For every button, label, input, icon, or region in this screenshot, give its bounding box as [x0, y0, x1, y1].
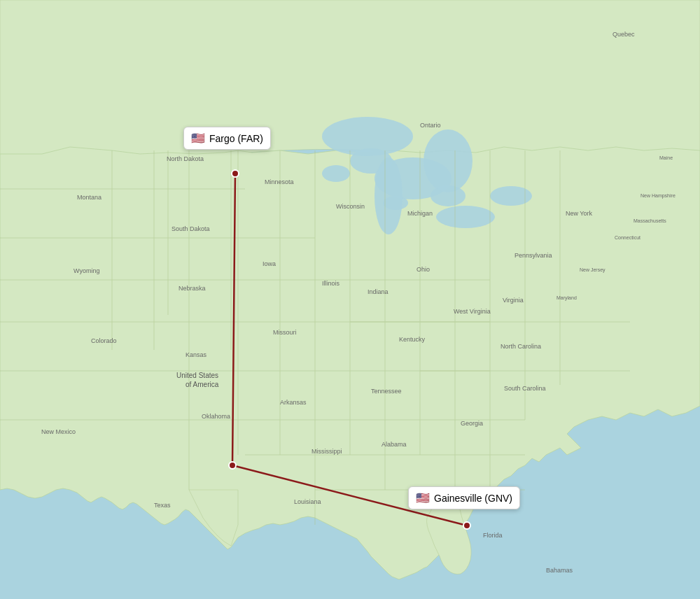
- svg-text:Tennessee: Tennessee: [371, 388, 402, 395]
- svg-text:Michigan: Michigan: [407, 210, 433, 217]
- svg-text:Alabama: Alabama: [382, 441, 407, 448]
- svg-text:Virginia: Virginia: [503, 297, 524, 304]
- svg-text:Illinois: Illinois: [322, 280, 340, 287]
- svg-text:Ohio: Ohio: [416, 266, 430, 273]
- svg-text:Massachusetts: Massachusetts: [634, 218, 666, 223]
- svg-point-38: [232, 170, 239, 177]
- gainesville-airport-label[interactable]: 🇺🇸 Gainesville (GNV): [408, 486, 520, 509]
- svg-text:New York: New York: [566, 210, 593, 217]
- svg-text:Iowa: Iowa: [262, 260, 276, 267]
- svg-text:Minnesota: Minnesota: [265, 178, 294, 185]
- svg-text:Maine: Maine: [659, 155, 673, 160]
- svg-text:Louisiana: Louisiana: [294, 498, 321, 505]
- svg-text:South Dakota: South Dakota: [172, 225, 210, 232]
- svg-text:North Carolina: North Carolina: [500, 343, 541, 350]
- svg-text:Bahamas: Bahamas: [546, 567, 573, 574]
- svg-point-10: [490, 186, 532, 206]
- fargo-label-text: Fargo (FAR): [209, 133, 263, 144]
- svg-text:Missouri: Missouri: [273, 329, 297, 336]
- svg-text:New Jersey: New Jersey: [580, 267, 606, 273]
- svg-text:Nebraska: Nebraska: [178, 285, 206, 292]
- svg-text:Colorado: Colorado: [91, 337, 117, 344]
- svg-point-9: [436, 206, 495, 228]
- svg-text:United States: United States: [176, 372, 218, 379]
- svg-text:Arkansas: Arkansas: [280, 399, 307, 406]
- svg-point-40: [463, 522, 470, 529]
- svg-text:Mississippi: Mississippi: [312, 448, 342, 455]
- fargo-airport-label[interactable]: 🇺🇸 Fargo (FAR): [183, 127, 271, 150]
- svg-text:Oklahoma: Oklahoma: [202, 413, 230, 420]
- svg-text:Maryland: Maryland: [556, 295, 577, 301]
- fargo-flag-icon: 🇺🇸: [191, 132, 205, 145]
- svg-text:North Dakota: North Dakota: [167, 155, 204, 162]
- svg-text:Connecticut: Connecticut: [615, 235, 640, 240]
- svg-text:Florida: Florida: [483, 532, 503, 539]
- svg-text:Wisconsin: Wisconsin: [336, 203, 365, 210]
- svg-text:New Mexico: New Mexico: [41, 428, 76, 435]
- svg-text:Quebec: Quebec: [612, 31, 635, 38]
- svg-point-8: [374, 157, 402, 234]
- svg-text:Pennsylvania: Pennsylvania: [514, 252, 552, 259]
- gnv-flag-icon: 🇺🇸: [416, 491, 430, 505]
- svg-text:of America: of America: [186, 381, 219, 388]
- map-container: Montana Wyoming Colorado New Mexico Texa…: [0, 0, 700, 599]
- svg-text:Texas: Texas: [154, 502, 171, 509]
- svg-text:Ontario: Ontario: [420, 122, 441, 129]
- svg-text:Indiana: Indiana: [368, 288, 388, 295]
- map-svg: Montana Wyoming Colorado New Mexico Texa…: [0, 0, 700, 599]
- svg-text:South Carolina: South Carolina: [504, 385, 546, 392]
- svg-point-6: [322, 117, 413, 156]
- svg-text:New Hampshire: New Hampshire: [640, 193, 676, 199]
- svg-point-39: [229, 462, 236, 469]
- svg-text:Kentucky: Kentucky: [399, 336, 426, 343]
- svg-text:Georgia: Georgia: [461, 420, 483, 427]
- gnv-label-text: Gainesville (GNV): [434, 493, 512, 504]
- svg-point-7: [424, 129, 472, 192]
- svg-text:Montana: Montana: [77, 194, 102, 201]
- svg-text:Wyoming: Wyoming: [74, 267, 99, 274]
- svg-text:West Virginia: West Virginia: [454, 308, 491, 315]
- svg-point-4: [322, 165, 350, 182]
- svg-text:Kansas: Kansas: [186, 351, 207, 358]
